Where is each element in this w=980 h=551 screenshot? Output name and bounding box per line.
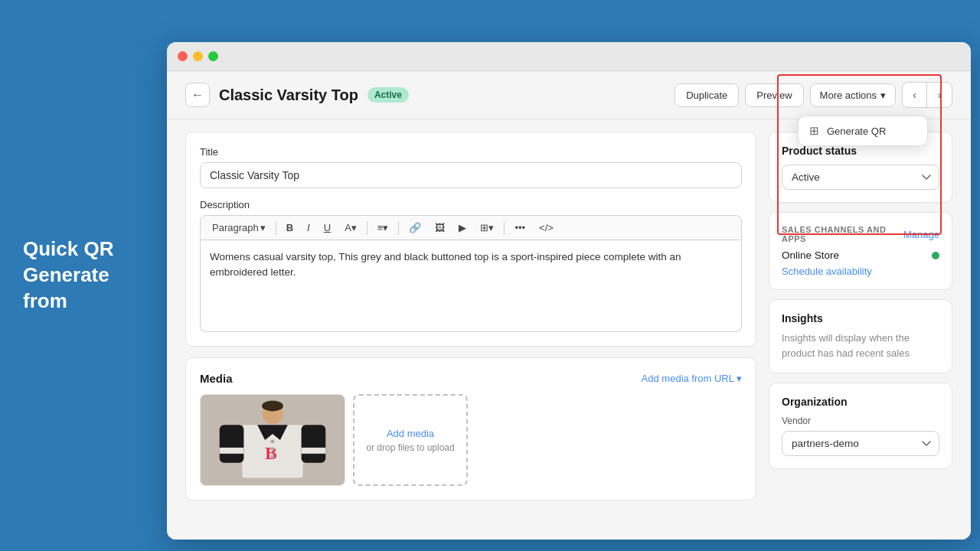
nav-arrows: ‹ ›: [902, 82, 952, 108]
toolbar-sep-3: [398, 221, 399, 235]
active-badge: Active: [368, 87, 409, 103]
vendor-select[interactable]: partners-demo: [782, 431, 939, 456]
preview-button[interactable]: Preview: [745, 83, 803, 107]
main-layout: Title Description Paragraph ▾ B I U: [167, 119, 971, 538]
sales-channels-header: SALES CHANNELS AND APPS Manage: [782, 225, 939, 243]
chevron-icon: ▾: [260, 222, 266, 233]
underline-button[interactable]: U: [318, 219, 336, 236]
description-label: Description: [200, 199, 742, 210]
insights-title: Insights: [782, 312, 939, 324]
fullscreen-dot[interactable]: [208, 51, 218, 61]
media-title: Media: [200, 372, 233, 385]
text-color-button[interactable]: A▾: [339, 219, 362, 236]
organization-card: Organization Vendor partners-demo: [769, 383, 952, 469]
page-header: ← Classic Varsity Top Active Duplicate P…: [167, 71, 971, 119]
left-column: Title Description Paragraph ▾ B I U: [185, 132, 756, 526]
back-button[interactable]: ←: [185, 83, 210, 107]
minimize-dot[interactable]: [193, 51, 203, 61]
header-actions: Duplicate Preview More actions ▾ ‹ ›: [675, 82, 952, 108]
more-options-button[interactable]: •••: [509, 219, 531, 236]
align-button[interactable]: ≡▾: [372, 219, 394, 236]
browser-window: ← Classic Varsity Top Active Duplicate P…: [167, 42, 971, 540]
channel-name: Online Store: [782, 249, 839, 261]
sales-channels-card: SALES CHANNELS AND APPS Manage Online St…: [769, 212, 952, 290]
description-editor[interactable]: Womens casual varsity top, This grey and…: [200, 240, 742, 332]
editor-toolbar: Paragraph ▾ B I U A▾ ≡▾ 🔗 🖼 ▶: [200, 215, 742, 240]
nav-prev-button[interactable]: ‹: [903, 83, 927, 107]
more-actions-button[interactable]: More actions ▾: [810, 83, 896, 107]
right-column: Product status Active Draft Archived SAL…: [769, 132, 952, 526]
product-status-select[interactable]: Active Draft Archived: [782, 165, 939, 190]
left-headline: Quick QR Generate from: [23, 236, 113, 314]
drop-files-label: or drop files to upload: [366, 442, 454, 453]
svg-point-13: [262, 401, 283, 412]
insights-text: Insights will display when the product h…: [782, 331, 939, 360]
jacket-image: B: [201, 395, 345, 485]
table-button[interactable]: ⊞▾: [475, 219, 499, 236]
vendor-label: Vendor: [782, 416, 939, 426]
chevron-down-icon: ▾: [737, 373, 742, 384]
schedule-availability-link[interactable]: Schedule availability: [782, 266, 939, 277]
left-panel: Quick QR Generate from: [0, 0, 168, 551]
close-dot[interactable]: [178, 51, 188, 61]
online-store-channel: Online Store: [782, 249, 939, 261]
italic-button[interactable]: I: [302, 219, 315, 236]
add-media-dropzone[interactable]: Add media or drop files to upload: [353, 394, 468, 486]
toolbar-sep-2: [367, 221, 368, 235]
link-button[interactable]: 🔗: [403, 219, 426, 236]
more-actions-dropdown: ⊞ Generate QR: [798, 116, 928, 146]
svg-rect-6: [220, 448, 244, 454]
product-image[interactable]: B: [200, 394, 345, 486]
toolbar-sep-4: [504, 221, 505, 235]
traffic-lights: [178, 51, 218, 61]
page-title: Classic Varsity Top: [219, 86, 358, 104]
toolbar-sep-1: [276, 221, 276, 235]
add-media-from-url-button[interactable]: Add media from URL ▾: [642, 373, 742, 384]
generate-qr-item[interactable]: ⊞ Generate QR: [799, 116, 927, 145]
product-details-card: Title Description Paragraph ▾ B I U: [185, 132, 756, 347]
svg-text:B: B: [265, 443, 277, 463]
image-button[interactable]: 🖼: [430, 219, 450, 236]
nav-next-button[interactable]: ›: [927, 83, 952, 107]
svg-rect-5: [302, 425, 326, 462]
paragraph-dropdown[interactable]: Paragraph ▾: [207, 219, 271, 236]
svg-point-9: [271, 440, 275, 444]
bold-button[interactable]: B: [281, 219, 299, 236]
title-input[interactable]: [200, 162, 742, 188]
media-grid: B: [200, 394, 742, 486]
app-content: ← Classic Varsity Top Active Duplicate P…: [167, 71, 971, 540]
duplicate-button[interactable]: Duplicate: [675, 83, 739, 107]
svg-point-10: [271, 447, 275, 451]
media-card: Media Add media from URL ▾: [185, 357, 756, 500]
svg-rect-7: [302, 448, 326, 454]
svg-point-11: [271, 455, 275, 458]
source-code-button[interactable]: </>: [534, 219, 559, 236]
title-bar: [167, 42, 971, 71]
active-indicator: [932, 252, 939, 259]
chevron-down-icon: ▾: [880, 90, 886, 101]
media-header: Media Add media from URL ▾: [200, 372, 742, 385]
add-media-label: Add media: [387, 428, 434, 439]
title-label: Title: [200, 146, 742, 158]
sales-channels-title: SALES CHANNELS AND APPS: [782, 225, 903, 243]
organization-title: Organization: [782, 396, 939, 408]
video-button[interactable]: ▶: [453, 219, 472, 236]
product-status-title: Product status: [782, 145, 939, 157]
insights-card: Insights Insights will display when the …: [769, 299, 952, 373]
manage-link[interactable]: Manage: [903, 229, 939, 240]
svg-rect-4: [220, 425, 244, 462]
qr-icon: ⊞: [809, 124, 819, 138]
